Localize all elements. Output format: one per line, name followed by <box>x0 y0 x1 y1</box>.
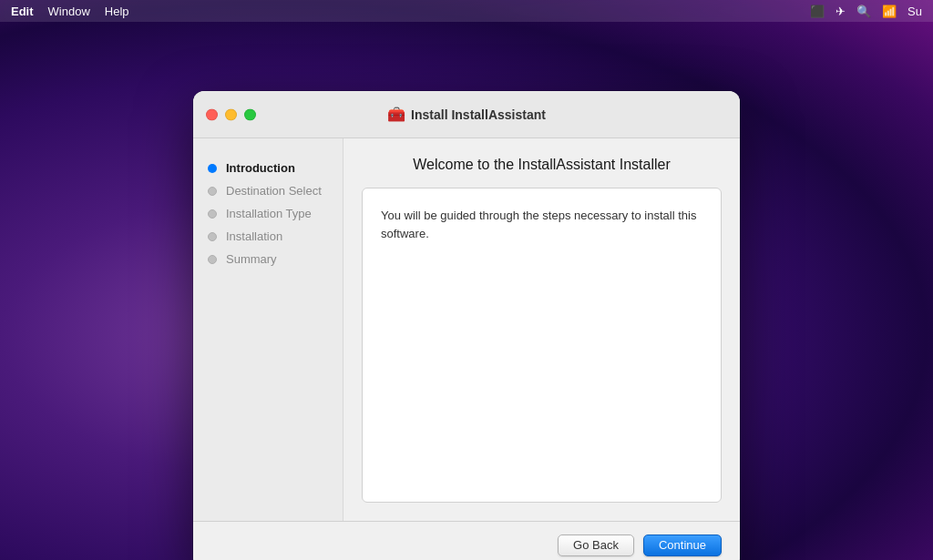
sidebar-dot-summary <box>208 255 217 264</box>
screen-mirror-icon[interactable]: ⬛ <box>810 5 825 18</box>
sidebar-item-installation[interactable]: Installation <box>193 225 343 248</box>
sidebar-label-summary: Summary <box>226 252 277 266</box>
menubar-item-window[interactable]: Window <box>48 5 90 18</box>
sidebar-dot-introduction <box>208 164 217 173</box>
minimize-button[interactable] <box>225 108 237 120</box>
airdrop-icon[interactable]: ✈ <box>836 5 846 18</box>
maximize-button[interactable] <box>244 108 256 120</box>
continue-button[interactable]: Continue <box>643 535 722 556</box>
menubar: Edit Window Help ⬛ ✈ 🔍 📶 Su <box>0 0 933 22</box>
sidebar-dot-installation <box>208 232 217 241</box>
installer-window: 🧰 Install InstallAssistant Introduction … <box>193 91 740 560</box>
wifi-icon[interactable]: 📶 <box>882 5 897 18</box>
traffic-lights <box>206 108 256 120</box>
sidebar: Introduction Destination Select Installa… <box>193 138 343 521</box>
sidebar-item-summary[interactable]: Summary <box>193 248 343 270</box>
go-back-button[interactable]: Go Back <box>558 535 634 556</box>
window-content: Introduction Destination Select Installa… <box>193 138 740 521</box>
close-button[interactable] <box>206 108 218 120</box>
user-icon[interactable]: Su <box>907 5 922 18</box>
title-bar: 🧰 Install InstallAssistant <box>193 91 740 138</box>
sidebar-item-destination[interactable]: Destination Select <box>193 179 343 202</box>
menubar-left: Edit Window Help <box>11 5 129 18</box>
sidebar-label-installation: Installation <box>226 229 282 243</box>
content-text: You will be guided through the steps nec… <box>381 207 702 242</box>
window-title-container: 🧰 Install InstallAssistant <box>387 106 546 123</box>
sidebar-dot-destination <box>208 187 217 196</box>
menubar-item-help[interactable]: Help <box>105 5 129 18</box>
search-icon[interactable]: 🔍 <box>856 5 871 18</box>
menubar-right: ⬛ ✈ 🔍 📶 Su <box>810 5 922 18</box>
sidebar-label-installation-type: Installation Type <box>226 207 312 220</box>
sidebar-item-installation-type[interactable]: Installation Type <box>193 202 343 225</box>
sidebar-item-introduction[interactable]: Introduction <box>193 157 343 179</box>
sidebar-label-destination: Destination Select <box>226 184 322 198</box>
menubar-item-edit[interactable]: Edit <box>11 5 34 18</box>
main-title: Welcome to the InstallAssistant Installe… <box>362 157 722 173</box>
main-area: Welcome to the InstallAssistant Installe… <box>343 138 740 521</box>
sidebar-label-introduction: Introduction <box>226 161 295 175</box>
title-emoji: 🧰 <box>387 106 405 123</box>
sidebar-dot-installation-type <box>208 209 217 219</box>
window-footer: Go Back Continue <box>193 521 740 560</box>
window-title: Install InstallAssistant <box>411 107 546 122</box>
content-box: You will be guided through the steps nec… <box>362 188 722 503</box>
